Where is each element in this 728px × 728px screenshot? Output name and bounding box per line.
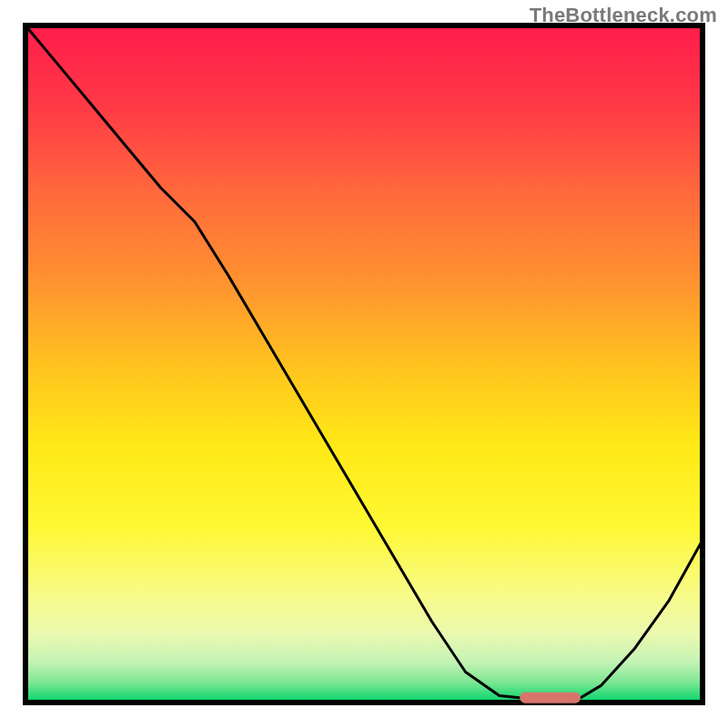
optimum-marker [520, 693, 581, 703]
plot-background [25, 25, 703, 703]
chart-svg [0, 0, 728, 728]
chart-container: TheBottleneck.com [0, 0, 728, 728]
watermark-text: TheBottleneck.com [530, 4, 717, 27]
